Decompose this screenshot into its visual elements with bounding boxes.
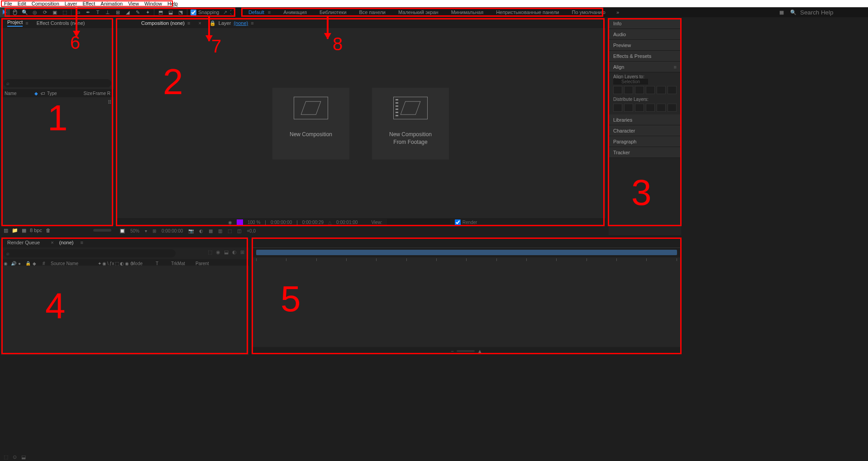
workspace-small[interactable]: Маленький экран [392,7,445,17]
align-top-icon[interactable] [646,86,655,94]
puppet-tool-icon[interactable]: ✦ [143,7,153,17]
status-icon[interactable]: ⬓ [21,454,26,460]
viewer-grid-icon[interactable]: ▦ [209,228,213,233]
new-comp-icon[interactable]: ▦ [22,228,26,233]
col-t[interactable]: T [156,261,169,266]
panel-paragraph[interactable]: Paragraph [609,136,681,147]
col-switches[interactable]: ✦◉\ƒx⬚◐◉⊙ [98,261,129,266]
align-right-icon[interactable] [635,86,644,94]
align-vcenter-icon[interactable] [657,86,666,94]
rotate-tool-icon[interactable]: ⟳ [40,7,50,17]
roto-tool-icon[interactable]: ✎ [133,7,143,17]
workspace-allpanels[interactable]: Все панели [353,7,392,17]
status-icon[interactable]: ⊙ [13,454,17,460]
new-composition-from-footage-button[interactable]: New CompositionFrom Footage [372,88,449,160]
comp-dur[interactable]: 0:00:01:00 [336,220,358,225]
comp-zoom[interactable]: 100 % [248,220,260,225]
menu-file[interactable]: File [1,1,15,6]
workspace-libraries[interactable]: Библиотеки [313,7,353,17]
col-mode[interactable]: Mode [131,261,154,266]
col-size[interactable]: Size [74,91,92,96]
tl-tool-icon[interactable]: ◐ [232,249,237,255]
tl-tool-icon[interactable]: ◉ [216,249,220,255]
tl-tool-icon[interactable]: ⬓ [224,249,229,255]
workspace-more-icon[interactable]: » [612,10,624,15]
viewer-mag-icon[interactable]: 🔲 [119,228,125,233]
panel-effects-presets[interactable]: Effects & Presets [609,51,681,62]
col-type[interactable]: Type [47,91,74,96]
col-num[interactable]: # [43,261,49,266]
viewer-guides-icon[interactable]: ▥ [218,228,222,233]
tl-tool-icon[interactable]: ⊞ [240,249,244,255]
view-axis-icon[interactable]: ⬔ [176,7,186,17]
workspace-animation[interactable]: Анимация [277,7,313,17]
tab-effect-controls[interactable]: Effect Controls (none) [33,19,89,27]
tab-timeline-none[interactable]: × (none) ≡ [47,238,87,247]
comp-in[interactable]: 0:00:00:00 [271,220,292,225]
snapping-toggle[interactable]: Snapping [191,10,219,15]
viewer-time[interactable]: 0:00:00:00 [162,228,183,233]
menu-composition[interactable]: Composition [29,1,62,6]
col-speaker-icon[interactable]: 🔊 [11,261,16,266]
comp-render-toggle[interactable]: Render [455,219,477,225]
camera-tool-icon[interactable]: ▣ [50,7,60,17]
new-folder-icon[interactable]: 📁 [12,228,18,233]
composition-viewer[interactable]: New Composition New CompositionFrom Foot… [116,28,606,226]
col-label-icon[interactable]: ◆ [33,261,41,266]
dist-top-icon[interactable] [613,104,622,112]
panel-libraries[interactable]: Libraries [609,114,681,125]
timeline-timebar[interactable] [252,238,682,247]
dist-hcenter-icon[interactable] [657,104,666,112]
local-axis-icon[interactable]: ⬒ [156,7,166,17]
selection-tool-icon[interactable] [0,7,10,17]
tab-layer[interactable]: 🔒 Layer (none) ≡ [206,19,258,28]
align-bottom-icon[interactable] [668,86,677,94]
snap-opt-icon[interactable]: ⛶ [230,10,235,15]
workspace-default[interactable]: Default [242,7,277,17]
timeline-workarea[interactable] [252,247,682,257]
panel-character[interactable]: Character [609,125,681,136]
project-zoom-slider[interactable] [93,229,111,232]
zoom-tool-icon[interactable]: 🔍 [20,7,30,17]
col-eye-icon[interactable]: ◉ [4,261,9,266]
menu-help[interactable]: Help [165,1,181,6]
dist-right-icon[interactable] [668,104,677,112]
panel-tracker[interactable]: Tracker [609,147,681,158]
panbehind-tool-icon[interactable]: ⬚ [60,7,70,17]
panel-preview[interactable]: Preview [609,40,681,51]
zoom-in-icon[interactable]: ▲ [477,348,482,354]
col-lock-icon[interactable]: 🔒 [25,261,31,266]
new-composition-button[interactable]: New Composition [272,88,349,160]
col-name[interactable]: Name [5,91,34,96]
rectangle-tool-icon[interactable]: ▭ [73,7,83,17]
viewer-3d-icon[interactable]: ◫ [237,228,241,233]
col-tag-icon[interactable]: 🏷 [41,91,47,96]
panel-info[interactable]: Info [609,18,681,29]
col-parent[interactable]: Parent [196,261,223,266]
sync-icon[interactable]: ▦ [777,10,787,15]
menu-animation[interactable]: Animation [98,1,125,6]
col-trkmat[interactable]: TrkMat [171,261,194,266]
snap-opt-icon[interactable]: ↗ [223,10,227,15]
search-input[interactable] [800,9,863,16]
tl-tool-icon[interactable]: ⬚ [208,249,212,255]
project-search[interactable]: ⌕ [4,79,111,87]
hand-tool-icon[interactable] [10,7,20,17]
timeline-layer-area[interactable] [1,266,249,355]
timeline-search[interactable]: ⌕ [4,249,176,257]
workspace-minimal[interactable]: Минимальная [445,7,490,17]
orbit-tool-icon[interactable]: ◎ [30,7,40,17]
menu-window[interactable]: Window [142,1,165,6]
eraser-tool-icon[interactable]: ◢ [123,7,133,17]
menu-layer[interactable]: Layer [62,1,80,6]
project-flowchart-icon[interactable]: ⠿ [108,100,111,105]
dist-left-icon[interactable] [646,104,655,112]
timeline-track-area[interactable] [252,266,682,346]
viewer-mask-icon[interactable]: ⬚ [228,228,232,233]
panel-audio[interactable]: Audio [609,29,681,40]
status-icon[interactable]: ⬚ [4,454,8,460]
comp-out[interactable]: 0:00:00:29 [302,220,324,225]
tab-composition-close[interactable]: × [195,19,205,27]
viewer-res-icon[interactable]: ⊞ [153,228,156,233]
tab-project[interactable]: Project≡ [4,18,32,28]
